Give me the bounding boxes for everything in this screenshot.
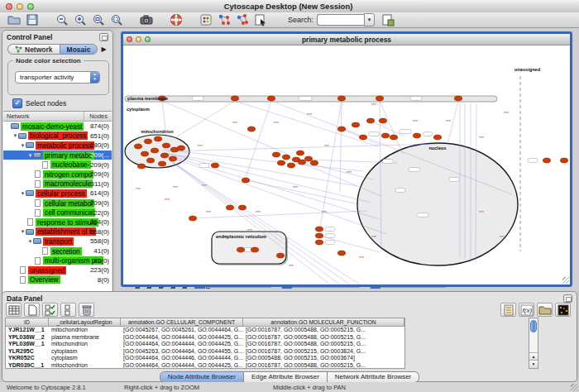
network-node[interactable] (390, 135, 397, 140)
network-window-resize-grip[interactable] (562, 277, 569, 284)
network-node[interactable] (251, 247, 258, 252)
table-row[interactable]: YPL036W__1mitochondrion[GO:0044464, GO:0… (6, 341, 404, 348)
attribute-table-scrollbar[interactable]: ▲ ▼ (529, 318, 538, 369)
network-node[interactable] (211, 163, 218, 168)
tree-item-multi-organism-pro[interactable]: multi-organism pro42(0) (3, 256, 112, 265)
toolbar-snapshot-button[interactable] (139, 13, 154, 27)
float-panel-icon[interactable] (99, 33, 108, 41)
tree-expand-icon[interactable]: ▼ (27, 239, 33, 244)
network-node[interactable] (287, 163, 294, 168)
tree-expand-icon[interactable]: ▼ (12, 133, 18, 138)
network-node[interactable] (276, 253, 284, 258)
network-node[interactable] (560, 158, 567, 163)
tree-item-macromolecule[interactable]: macromolecule311(0) (3, 179, 112, 189)
network-node[interactable] (272, 152, 280, 157)
network-node[interactable] (277, 160, 285, 165)
table-header-0[interactable]: ID (6, 318, 49, 327)
network-node[interactable] (454, 96, 462, 101)
network-node[interactable] (137, 164, 145, 169)
tree-item-cell-communicat[interactable]: cell communicat22(0) (3, 208, 112, 218)
network-node[interactable] (231, 96, 238, 101)
table-header-3[interactable]: annotation.GO MOLECULAR_FUNCTION (243, 318, 404, 327)
toolbar-plugin-manager-button[interactable] (380, 13, 395, 27)
network-node[interactable] (158, 161, 165, 166)
tree-item-biological-process[interactable]: ▼biological_process651(0) (3, 131, 112, 141)
table-row[interactable]: YKR052Ccytoplasm[GO:0044464, GO:0044446,… (6, 355, 404, 362)
network-node[interactable] (296, 151, 304, 155)
toolbar-attribute-matrix-button[interactable] (555, 303, 571, 317)
tab-network[interactable]: Network (7, 44, 60, 55)
network-node[interactable] (413, 133, 420, 138)
toolbar-unselect-attributes-button[interactable] (60, 303, 76, 317)
network-node[interactable] (177, 146, 184, 151)
network-window-titlebar[interactable]: primary metabolic process (123, 34, 570, 45)
tab-overflow-arrow-icon[interactable]: ▶ (101, 45, 106, 53)
table-row[interactable]: YDR039C__1mitochondrion[GO:0044464, GO:0… (6, 362, 404, 370)
network-node[interactable] (189, 216, 196, 221)
network-node[interactable] (310, 160, 318, 165)
window-resize-grip[interactable] (571, 384, 578, 391)
table-header-1[interactable]: _cellularLayoutRegion (49, 318, 121, 327)
network-node[interactable] (247, 127, 255, 131)
network-node[interactable] (169, 156, 176, 161)
toolbar-annotation-button[interactable] (253, 13, 268, 27)
network-node[interactable] (226, 205, 233, 210)
toolbar-zoom-out-button[interactable] (55, 13, 69, 27)
network-node[interactable] (134, 144, 141, 149)
network-node[interactable] (154, 136, 161, 141)
tab-edge-attribute-browser[interactable]: Edge Attribute Browser (244, 371, 328, 383)
network-node[interactable] (337, 251, 345, 256)
float-panel-icon[interactable] (563, 294, 572, 303)
toolbar-zoom-in-button[interactable] (73, 13, 88, 27)
toolbar-select-attributes-button[interactable] (42, 303, 58, 317)
toolbar-save-session-button[interactable] (25, 13, 40, 27)
tab-node-attribute-browser[interactable]: Node Attribute Browser (160, 371, 244, 383)
tree-expand-icon[interactable]: ▼ (20, 191, 26, 196)
network-node[interactable] (366, 118, 374, 123)
tree-item-overview[interactable]: Overview8(0) (3, 275, 112, 285)
tree-item-unassigned[interactable]: unassigned223(0) (3, 265, 112, 275)
toolbar-delete-attribute-button[interactable] (79, 303, 94, 317)
toolbar-zoom-selected-button[interactable] (109, 13, 124, 27)
tree-item-response-to-stimulu[interactable]: response to stimulu264(0) (3, 218, 112, 227)
network-node[interactable] (146, 158, 154, 163)
network-node[interactable] (352, 122, 359, 127)
network-node[interactable] (433, 135, 441, 140)
network-node[interactable] (237, 247, 244, 252)
minimize-window-button[interactable] (17, 3, 23, 10)
network-node[interactable] (242, 178, 249, 183)
tree-item-establishment-of-lo[interactable]: ▼establishment of lo558(0) (3, 227, 112, 237)
toolbar-help-button[interactable] (169, 13, 184, 27)
tree-item-mosaic-demo-yeast[interactable]: mosaic-demo-yeast874(0) (3, 122, 112, 131)
network-node[interactable] (379, 118, 386, 123)
network-node[interactable] (267, 96, 275, 101)
tree-item-metabolic-process[interactable]: ▼metabolic process280(0) (3, 141, 112, 151)
network-node[interactable] (162, 143, 170, 148)
attribute-table[interactable]: ID_cellularLayoutRegionannotation.GO CEL… (5, 318, 405, 369)
network-node[interactable] (151, 148, 158, 153)
network-node[interactable] (298, 160, 305, 165)
network-node[interactable] (315, 233, 323, 238)
tree-expand-icon[interactable]: ▼ (27, 153, 33, 158)
search-input[interactable] (317, 14, 364, 26)
scroll-down-icon[interactable]: ▼ (529, 360, 538, 368)
table-row[interactable]: YJR121W__1mitochondrion[GO:0045267, GO:0… (6, 327, 404, 334)
network-node[interactable] (315, 240, 323, 245)
toolbar-new-attribute-button[interactable] (24, 303, 40, 317)
tree-item-transport[interactable]: ▼transport558(0) (3, 237, 112, 246)
tree-item-nucleobase-[interactable]: nucleobase-209(0) (3, 160, 112, 170)
tree-expand-icon[interactable]: ▼ (20, 229, 26, 234)
tree-item-nitrogen-compo[interactable]: nitrogen compo209(0) (3, 170, 112, 179)
network-node[interactable] (304, 156, 312, 161)
tree-item-secretion[interactable]: secretion41(0) (3, 246, 112, 256)
toolbar-layout-network-b-button[interactable] (235, 13, 250, 27)
network-node[interactable] (141, 151, 148, 156)
network-canvas[interactable]: plasma membranecytoplasmmitochondrionnuc… (123, 45, 570, 284)
network-node[interactable] (359, 135, 366, 140)
network-node[interactable] (160, 153, 168, 158)
tree-item-cellular-process[interactable]: ▼cellular process614(0) (3, 189, 112, 198)
tree-item-primary-metabo[interactable]: ▼primary metabo209(... (3, 151, 112, 160)
toolbar-import-attributes-button[interactable] (537, 303, 553, 317)
tab-network-attribute-browser[interactable]: Network Attribute Browser (328, 371, 419, 383)
node-color-select[interactable]: transporter activity ▲▼ (15, 71, 100, 84)
